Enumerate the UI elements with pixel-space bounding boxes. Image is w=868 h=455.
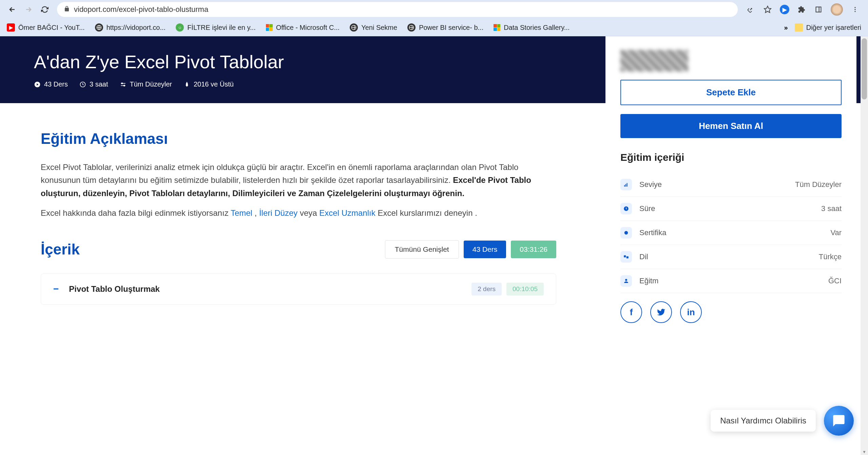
svg-rect-21 — [624, 255, 626, 258]
svg-point-14 — [121, 83, 122, 84]
extension-icon-1[interactable]: ▶ — [780, 5, 789, 14]
desc-text: veya — [300, 208, 319, 217]
svg-point-23 — [625, 279, 627, 281]
address-bar[interactable]: vidoport.com/excel-pivot-tablo-olusturma — [57, 2, 738, 17]
bookmark-label: Power BI service- b... — [419, 24, 483, 32]
facebook-button[interactable]: f — [620, 301, 642, 323]
add-to-cart-button[interactable]: Sepete Ekle — [620, 80, 842, 105]
minus-icon: − — [53, 284, 59, 295]
profile-avatar[interactable] — [831, 3, 843, 16]
level-icon — [620, 179, 632, 190]
content-header: İçerik Tümünü Genişlet 43 Ders 03:31:26 — [41, 240, 556, 259]
scroll-down-icon[interactable]: ▼ — [861, 449, 868, 455]
menu-icon[interactable] — [850, 5, 860, 14]
buy-now-button[interactable]: Hemen Satın Al — [620, 114, 842, 138]
social-row: f in — [620, 301, 842, 323]
url-text: vidoport.com/excel-pivot-tablo-olusturma — [74, 5, 731, 14]
bookmark-3[interactable]: ○ FİLTRE işlevi ile en y... — [176, 23, 256, 32]
forward-button[interactable] — [22, 3, 35, 16]
accordion-count: 2 ders — [471, 283, 502, 296]
info-row-level: Seviye Tüm Düzeyler — [620, 173, 842, 197]
expand-all-button[interactable]: Tümünü Genişlet — [385, 240, 459, 259]
price-blurred — [620, 50, 688, 72]
info-row-lang: Dil Türkçe — [620, 245, 842, 269]
info-value: Tüm Düzeyler — [795, 180, 842, 189]
linkedin-button[interactable]: in — [680, 301, 702, 323]
info-row-instructor: Eğitm ĞCI — [620, 269, 842, 293]
bookmark-5[interactable]: Yeni Sekme — [350, 23, 397, 32]
reload-button[interactable] — [38, 3, 52, 16]
description-p2: Excel hakkında daha fazla bilgi edinmek … — [41, 207, 556, 220]
microsoft-icon — [494, 24, 500, 31]
info-value: Türkçe — [819, 252, 842, 261]
accordion-item[interactable]: − Pivot Tablo Oluşturmak 2 ders 00:10:05 — [41, 274, 556, 304]
scroll-area: A'dan Z'ye Excel Pivot Tablolar 43 Ders … — [0, 36, 868, 455]
info-label: Seviye — [639, 180, 795, 189]
back-button[interactable] — [5, 3, 19, 16]
svg-rect-18 — [627, 183, 628, 187]
twitter-button[interactable] — [650, 301, 672, 323]
clock-icon — [620, 203, 632, 214]
bookmark-label: Data Stories Gallery... — [504, 24, 570, 32]
info-value: ĞCI — [828, 277, 842, 285]
svg-point-3 — [854, 7, 855, 8]
meta-duration-text: 3 saat — [90, 80, 108, 88]
bookmark-7[interactable]: Data Stories Gallery... — [494, 24, 570, 32]
other-bookmarks[interactable]: Diğer yer işaretleri — [795, 23, 861, 32]
sidebar-card: Sepete Ekle Hemen Satın Al Eğitim içeriğ… — [605, 36, 856, 333]
accordion-title: Pivot Tablo Oluşturmak — [69, 284, 471, 294]
meta-version-text: 2016 ve Üstü — [194, 80, 234, 88]
scrollbar-thumb[interactable] — [862, 38, 867, 99]
other-bookmarks-label: Diğer yer işaretleri — [806, 24, 861, 32]
meta-level-text: Tüm Düzeyler — [130, 80, 172, 88]
play-icon — [34, 81, 41, 88]
user-icon — [620, 275, 632, 287]
svg-point-15 — [123, 85, 124, 86]
info-value: 3 saat — [821, 204, 842, 213]
sidebar-heading: Eğitim içeriği — [620, 152, 842, 163]
meta-version: 2016 ve Üstü — [184, 80, 234, 88]
youtube-icon: ▶ — [7, 23, 15, 32]
duration-badge: 03:31:26 — [511, 241, 556, 258]
bookmark-4[interactable]: Office - Microsoft C... — [266, 24, 340, 32]
meta-lessons-text: 43 Ders — [44, 80, 68, 88]
chat-tooltip: Nasıl Yardımcı Olabiliris — [711, 410, 816, 432]
bookmark-6[interactable]: Power BI service- b... — [407, 23, 483, 32]
bookmark-label: Office - Microsoft C... — [276, 24, 340, 32]
globe-icon — [407, 23, 416, 32]
svg-rect-22 — [626, 257, 629, 259]
desc-text: , — [255, 208, 259, 217]
bookmark-2[interactable]: https://vidoport.co... — [95, 23, 166, 32]
svg-rect-17 — [625, 184, 626, 187]
lessons-badge: 43 Ders — [464, 241, 506, 258]
info-label: Eğitm — [639, 277, 828, 285]
bookmark-label: FİLTRE işlevi ile en y... — [187, 24, 256, 32]
certificate-icon — [620, 227, 632, 239]
content-column: Eğitim Açıklaması Excel Pivot Tablolar, … — [0, 103, 577, 305]
svg-point-4 — [854, 9, 855, 10]
bookmark-label: Yeni Sekme — [361, 24, 397, 32]
description-heading: Eğitim Açıklaması — [41, 130, 556, 147]
info-row-duration: Süre 3 saat — [620, 197, 842, 221]
accordion-time: 00:10:05 — [506, 283, 544, 296]
panel-icon[interactable] — [814, 5, 823, 14]
link-temel[interactable]: Temel — [231, 208, 252, 217]
link-uzman[interactable]: Excel Uzmanlık — [319, 208, 375, 217]
language-icon — [620, 251, 632, 263]
link-ileri[interactable]: İleri Düzey — [259, 208, 297, 217]
star-icon[interactable] — [763, 5, 772, 14]
bookmarks-overflow-icon[interactable]: » — [784, 24, 788, 32]
clock-icon — [79, 81, 86, 88]
bookmark-1[interactable]: ▶ Ömer BAĞCI - YouT... — [7, 23, 85, 32]
chat-button[interactable] — [824, 406, 854, 436]
bookmarks-bar: ▶ Ömer BAĞCI - YouT... https://vidoport.… — [0, 19, 868, 36]
info-row-cert: Sertifika Var — [620, 221, 842, 245]
svg-rect-1 — [816, 7, 821, 12]
extensions-icon[interactable] — [797, 5, 806, 14]
vertical-scrollbar[interactable]: ▲ ▼ — [861, 36, 868, 455]
desc-text: Excel hakkında daha fazla bilgi edinmek … — [41, 208, 231, 217]
rocket-icon — [184, 81, 190, 88]
folder-icon — [795, 23, 803, 32]
accordion: − Pivot Tablo Oluşturmak 2 ders 00:10:05 — [41, 273, 556, 305]
share-icon[interactable] — [746, 5, 755, 14]
